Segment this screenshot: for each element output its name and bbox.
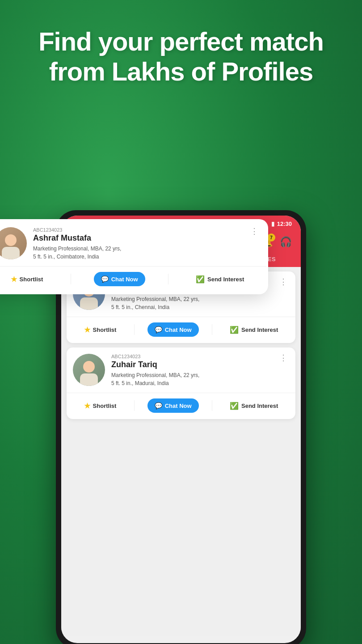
check-icon-1: ✅: [230, 326, 239, 334]
action-divider-3b: [212, 400, 212, 411]
floating-card-top: ABC1234023 Ashraf Mustafa Marketing Prof…: [0, 227, 260, 261]
headset-icon[interactable]: 🎧: [280, 236, 292, 248]
action-divider-1b: [212, 324, 212, 335]
check-icon-3: ✅: [230, 402, 239, 410]
floating-card-info: ABC1234023 Ashraf Mustafa Marketing Prof…: [33, 227, 242, 261]
avatar-person-3: [79, 359, 99, 386]
profile-name-3: Zuhair Tariq: [111, 360, 271, 369]
profiles-area: ABC1234023 Mahfooz Abbas Marketing Profe…: [61, 267, 301, 636]
time-display: 12:30: [277, 220, 292, 227]
hero-title: Find your perfect match from Lakhs of Pr…: [18, 27, 344, 86]
shortlist-button-3[interactable]: ★ Shortlist: [80, 399, 121, 413]
floating-chat-icon: 💬: [101, 275, 109, 283]
floating-profile-name: Ashraf Mustafa: [33, 233, 242, 243]
avatar-2: [0, 227, 27, 259]
send-interest-button-3[interactable]: ✅ Send Interest: [225, 399, 282, 413]
profile-details-3: Marketing Professional, MBA, 22 yrs, 5 f…: [111, 371, 271, 387]
chat-icon-3: 💬: [155, 402, 162, 409]
chat-icon-1: 💬: [155, 326, 162, 333]
floating-star-icon: ★: [11, 275, 17, 284]
floating-action-divider-b: [168, 274, 168, 284]
avatar-head-2: [5, 234, 17, 246]
notification-badge: 7: [267, 233, 275, 242]
card-divider-1: [67, 317, 295, 317]
profile-card-3: ABC1234023 Zuhair Tariq Marketing Profes…: [67, 347, 295, 419]
profile-id-3: ABC1234023: [111, 354, 271, 359]
floating-profile-card-2: ABC1234023 Ashraf Mustafa Marketing Prof…: [0, 219, 268, 294]
card-divider-3: [67, 393, 295, 393]
floating-card-actions: ★ Shortlist 💬 Chat Now ✅ Send Interest: [0, 272, 260, 286]
battery-icon: ▮: [271, 220, 274, 227]
avatar-3: [73, 354, 105, 386]
star-icon-3: ★: [84, 402, 90, 410]
send-interest-button-1[interactable]: ✅ Send Interest: [225, 323, 282, 337]
more-options-3[interactable]: ⋮: [278, 354, 289, 362]
floating-send-interest-button[interactable]: ✅ Send Interest: [191, 272, 248, 286]
chat-now-button-1[interactable]: 💬 Chat Now: [147, 322, 199, 337]
floating-shortlist-button[interactable]: ★ Shortlist: [6, 272, 48, 286]
shortlist-button-1[interactable]: ★ Shortlist: [80, 323, 121, 337]
more-options-1[interactable]: ⋮: [278, 278, 289, 286]
avatar-body-1: [80, 297, 98, 310]
floating-action-divider-a: [71, 274, 71, 284]
action-divider-3a: [134, 400, 135, 411]
floating-card-divider: [0, 266, 266, 267]
card-actions-3: ★ Shortlist 💬 Chat Now ✅ Send Interest: [73, 398, 289, 413]
card-actions-1: ★ Shortlist 💬 Chat Now ✅ Send Interest: [73, 322, 289, 337]
floating-more-options[interactable]: ⋮: [248, 227, 260, 235]
card-info-3: ABC1234023 Zuhair Tariq Marketing Profes…: [111, 354, 271, 387]
avatar-person-2: [1, 233, 21, 259]
floating-chat-now-button[interactable]: 💬 Chat Now: [94, 272, 145, 286]
hero-section: Find your perfect match from Lakhs of Pr…: [0, 27, 362, 86]
floating-profile-details: Marketing Professional, MBA, 22 yrs, 5 f…: [33, 245, 242, 261]
card-top-3: ABC1234023 Zuhair Tariq Marketing Profes…: [73, 354, 289, 387]
profile-details-1: Marketing Professional, MBA, 22 yrs, 5 f…: [111, 295, 271, 311]
avatar-body-2: [2, 247, 20, 259]
floating-profile-id: ABC1234023: [33, 227, 242, 233]
star-icon-1: ★: [84, 326, 90, 334]
avatar-body-3: [80, 373, 98, 386]
chat-now-button-3[interactable]: 💬 Chat Now: [147, 398, 199, 413]
avatar-head-3: [83, 361, 95, 373]
floating-check-icon: ✅: [196, 275, 205, 284]
action-divider-1a: [134, 324, 135, 335]
